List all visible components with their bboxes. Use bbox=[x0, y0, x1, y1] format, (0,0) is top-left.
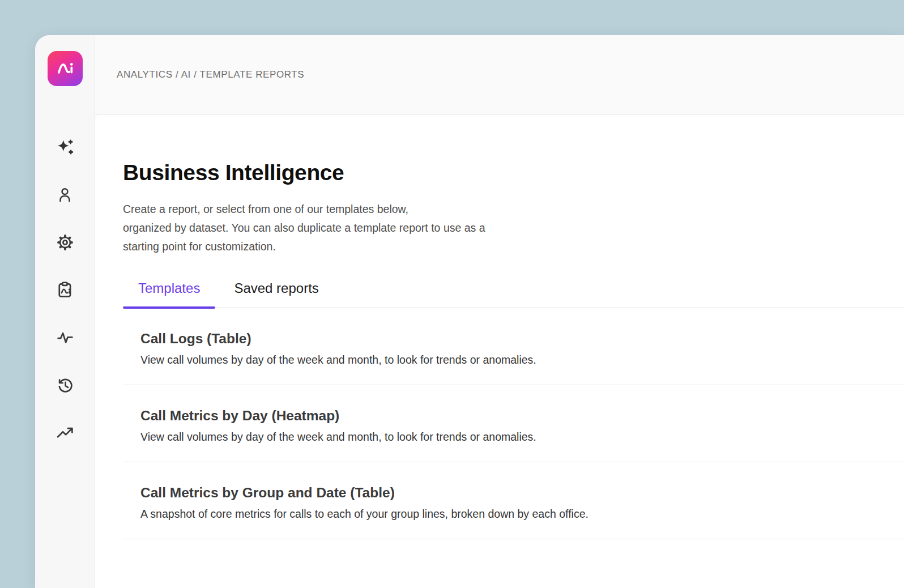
person-icon bbox=[56, 185, 75, 204]
top-bar: ANALYTICS / AI / TEMPLATE REPORTS bbox=[95, 35, 904, 115]
page-title: Business Intelligence bbox=[123, 160, 904, 185]
template-title: Call Logs (Table) bbox=[140, 331, 893, 347]
ai-logo-icon bbox=[54, 57, 76, 80]
sparkles-icon bbox=[56, 138, 75, 157]
tab-saved-reports[interactable]: Saved reports bbox=[219, 280, 334, 308]
sidebar-item-ai-assistant[interactable] bbox=[54, 138, 76, 156]
tab-bar: Templates Saved reports bbox=[123, 280, 904, 308]
sidebar-item-settings[interactable] bbox=[54, 233, 76, 252]
template-row-call-metrics-by-group[interactable]: Call Metrics by Group and Date (Table) A… bbox=[123, 462, 904, 539]
page-description: Create a report, or select from one of o… bbox=[123, 200, 904, 256]
sidebar-item-activity[interactable] bbox=[54, 329, 76, 347]
sidebar-item-contacts[interactable] bbox=[54, 186, 76, 204]
breadcrumb[interactable]: ANALYTICS / AI / TEMPLATE REPORTS bbox=[117, 69, 304, 80]
clipboard-ai-icon bbox=[55, 280, 75, 300]
template-list: Call Logs (Table) View call volumes by d… bbox=[123, 308, 904, 539]
activity-icon bbox=[55, 327, 75, 348]
template-description: View call volumes by day of the week and… bbox=[140, 431, 893, 444]
template-row-call-metrics-by-day[interactable]: Call Metrics by Day (Heatmap) View call … bbox=[123, 385, 904, 462]
content-panel: Business Intelligence Create a report, o… bbox=[95, 115, 904, 588]
template-description: A snapshot of core metrics for calls to … bbox=[140, 508, 893, 521]
template-title: Call Metrics by Group and Date (Table) bbox=[140, 485, 893, 501]
sidebar-item-history[interactable] bbox=[54, 376, 76, 394]
app-window: ANALYTICS / AI / TEMPLATE REPORTS Busine… bbox=[35, 35, 904, 588]
history-icon bbox=[55, 375, 75, 395]
sidebar-item-ai-reports[interactable] bbox=[54, 281, 76, 299]
sidebar-item-trends[interactable] bbox=[54, 424, 76, 442]
app-logo[interactable] bbox=[48, 51, 83, 86]
gear-icon bbox=[55, 232, 75, 253]
template-row-call-logs[interactable]: Call Logs (Table) View call volumes by d… bbox=[123, 308, 904, 385]
sidebar bbox=[35, 35, 95, 588]
trending-up-icon bbox=[55, 423, 75, 443]
main-area: ANALYTICS / AI / TEMPLATE REPORTS Busine… bbox=[95, 35, 904, 588]
template-description: View call volumes by day of the week and… bbox=[140, 353, 893, 367]
template-title: Call Metrics by Day (Heatmap) bbox=[140, 408, 893, 424]
tab-templates[interactable]: Templates bbox=[123, 280, 215, 308]
sidebar-nav bbox=[35, 138, 95, 442]
